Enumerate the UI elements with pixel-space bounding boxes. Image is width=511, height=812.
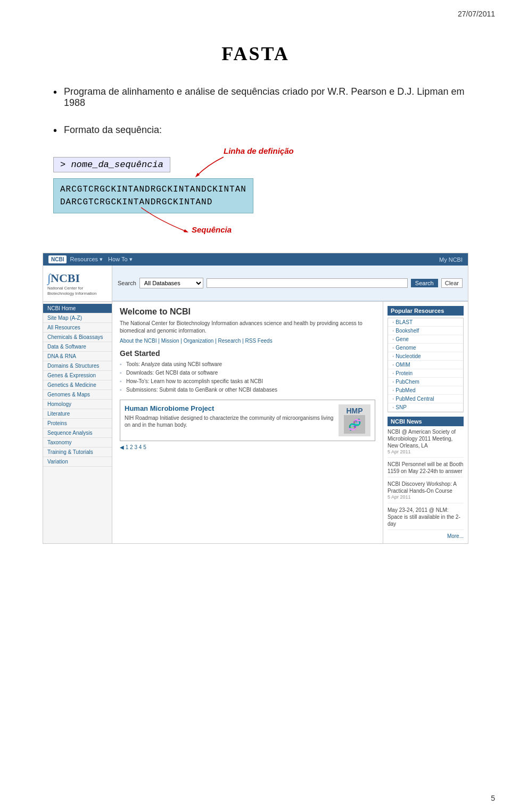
get-started-list: Tools: Analyze data using NCBI software … bbox=[120, 361, 375, 393]
ncbi-center: Welcome to NCBI The National Center for … bbox=[112, 302, 383, 543]
clear-button[interactable]: Clear bbox=[441, 278, 463, 288]
popular-resources-list: BLAST Bookshelf Gene Genome Nucleotide O… bbox=[388, 318, 464, 412]
popular-pubmedcentral[interactable]: PubMed Central bbox=[388, 395, 463, 403]
sidebar-item-variation[interactable]: Variation bbox=[43, 457, 112, 467]
welcome-text: The National Center for Biotechnology In… bbox=[120, 320, 375, 335]
sidebar-item-dna[interactable]: DNA & RNA bbox=[43, 352, 112, 361]
page-number: 5 bbox=[491, 794, 495, 802]
nome-seq-box: > nome_da_sequência bbox=[53, 157, 170, 172]
resources-link[interactable]: Resources ▾ bbox=[70, 256, 103, 263]
ncbi-logo-area: NCBI Resources ▾ How To ▾ bbox=[48, 255, 133, 263]
news-text-4: May 23-24, 2011 @ NLM: Space is still av… bbox=[388, 507, 464, 527]
sidebar-item-home[interactable]: NCBI Home bbox=[43, 304, 112, 313]
hmp-text-area: Human Microbiome Project NIH Roadmap Ini… bbox=[125, 404, 334, 428]
ncbi-icon: NCBI bbox=[48, 255, 67, 263]
ncbi-nav-links: Resources ▾ How To ▾ bbox=[70, 256, 132, 263]
news-item-3[interactable]: NCBI Discovery Workshop: A Practical Han… bbox=[388, 480, 464, 503]
sidebar-item-genetics[interactable]: Genetics & Medicine bbox=[43, 380, 112, 390]
ncbi-news-title: NCBI News bbox=[388, 417, 464, 426]
sidebar-item-genomes[interactable]: Genomes & Maps bbox=[43, 390, 112, 400]
about-links[interactable]: About the NCBI | Mission | Organization … bbox=[120, 338, 375, 344]
hmp-title[interactable]: Human Microbiome Project bbox=[125, 404, 334, 412]
gs-item-tools[interactable]: Tools: Analyze data using NCBI software bbox=[120, 361, 375, 368]
hmp-desc: NIH Roadmap Initiative designed to chara… bbox=[125, 415, 334, 428]
welcome-title: Welcome to NCBI bbox=[120, 307, 375, 317]
popular-pubchem[interactable]: PubChem bbox=[388, 378, 463, 386]
ncbi-right-panel: Popular Resources BLAST Bookshelf Gene G… bbox=[383, 302, 468, 543]
popular-snp[interactable]: SNP bbox=[388, 403, 463, 412]
news-item-2[interactable]: NCBI Personnel will be at Booth 1159 on … bbox=[388, 461, 464, 477]
ncbi-body: NCBI Home Site Map (A-Z) All Resources C… bbox=[43, 302, 468, 543]
hmp-box: Human Microbiome Project NIH Roadmap Ini… bbox=[120, 400, 375, 441]
ncbi-search-area: Search All Databases Search Clear bbox=[112, 266, 468, 301]
search-label: Search bbox=[118, 280, 136, 286]
gs-item-downloads[interactable]: Downloads: Get NCBI data or software bbox=[120, 369, 375, 376]
popular-blast[interactable]: BLAST bbox=[388, 318, 463, 327]
sidebar-item-literature[interactable]: Literature bbox=[43, 409, 112, 419]
my-ncbi-link[interactable]: My NCBI bbox=[439, 256, 463, 263]
sidebar-item-data[interactable]: Data & Software bbox=[43, 342, 112, 352]
news-item-1[interactable]: NCBI @ American Society of Microbiology … bbox=[388, 428, 464, 458]
news-date-3: 5 Apr 2011 bbox=[388, 494, 464, 501]
ncbi-logo-text: NCBI bbox=[51, 271, 80, 285]
sequencia-label: Sequência bbox=[192, 225, 232, 234]
hmp-logo: HMP 🧬 bbox=[339, 404, 370, 436]
ncbi-screenshot: NCBI Resources ▾ How To ▾ My NCBI ∫NCBI … bbox=[43, 253, 468, 544]
news-date-1: 5 Apr 2011 bbox=[388, 449, 464, 455]
sidebar-item-chemicals[interactable]: Chemicals & Bioassays bbox=[43, 333, 112, 342]
popular-omim[interactable]: OMIM bbox=[388, 361, 463, 369]
popular-genome[interactable]: Genome bbox=[388, 344, 463, 352]
description-list: Programa de alinhamento e análise de seq… bbox=[53, 86, 468, 109]
news-text-3: NCBI Discovery Workshop: A Practical Han… bbox=[388, 480, 464, 494]
gs-item-howto[interactable]: How-To's: Learn how to accomplish specif… bbox=[120, 378, 375, 385]
annotation-area: Linha de definição > nome_da_sequência A… bbox=[53, 146, 468, 242]
description-item: Programa de alinhamento e análise de seq… bbox=[53, 86, 468, 109]
news-text-2: NCBI Personnel will be at Booth 1159 on … bbox=[388, 461, 464, 475]
ncbi-sidebar: NCBI Home Site Map (A-Z) All Resources C… bbox=[43, 302, 112, 543]
ncbi-logo-sub: National Center forBiotechnology Informa… bbox=[47, 286, 108, 297]
format-section: Formato da sequência: bbox=[53, 125, 468, 136]
howto-link[interactable]: How To ▾ bbox=[108, 256, 133, 263]
popular-resources-title: Popular Resources bbox=[388, 306, 464, 316]
sequence-line1: ARCGTCRGCKINTANDRGCKINTANDCKINTAN bbox=[60, 183, 246, 196]
get-started-heading: Get Started bbox=[120, 349, 375, 358]
gs-item-submissions[interactable]: Submissions: Submit data to GenBank or o… bbox=[120, 386, 375, 393]
news-text-1: NCBI @ American Society of Microbiology … bbox=[388, 428, 464, 449]
sidebar-item-sitemap[interactable]: Site Map (A-Z) bbox=[43, 313, 112, 323]
news-item-4[interactable]: May 23-24, 2011 @ NLM: Space is still av… bbox=[388, 507, 464, 530]
popular-bookshelf[interactable]: Bookshelf bbox=[388, 327, 463, 335]
format-label: Formato da sequência: bbox=[53, 125, 162, 135]
popular-pubmed[interactable]: PubMed bbox=[388, 386, 463, 395]
popular-nucleotide[interactable]: Nucleotide bbox=[388, 352, 463, 361]
hmp-pagination[interactable]: ◀ 1 2 3 4 5 bbox=[120, 444, 375, 450]
sidebar-item-taxonomy[interactable]: Taxonomy bbox=[43, 438, 112, 448]
sidebar-item-seqanalysis[interactable]: Sequence Analysis bbox=[43, 428, 112, 438]
popular-protein[interactable]: Protein bbox=[388, 369, 463, 378]
sidebar-item-homology[interactable]: Homology bbox=[43, 400, 112, 409]
sidebar-item-allresources[interactable]: All Resources bbox=[43, 323, 112, 333]
more-link[interactable]: More... bbox=[388, 533, 464, 539]
slide-title: FASTA bbox=[43, 43, 468, 65]
sidebar-item-genes[interactable]: Genes & Expression bbox=[43, 371, 112, 380]
popular-gene[interactable]: Gene bbox=[388, 335, 463, 344]
sidebar-item-training[interactable]: Training & Tutorials bbox=[43, 448, 112, 457]
slide-date: 27/07/2011 bbox=[458, 10, 495, 18]
database-select[interactable]: All Databases bbox=[139, 278, 203, 288]
sidebar-item-domains[interactable]: Domains & Structures bbox=[43, 361, 112, 371]
search-button[interactable]: Search bbox=[411, 279, 438, 287]
search-input[interactable] bbox=[207, 278, 408, 288]
ncbi-header: NCBI Resources ▾ How To ▾ My NCBI bbox=[43, 253, 468, 266]
sidebar-item-proteins[interactable]: Proteins bbox=[43, 419, 112, 428]
